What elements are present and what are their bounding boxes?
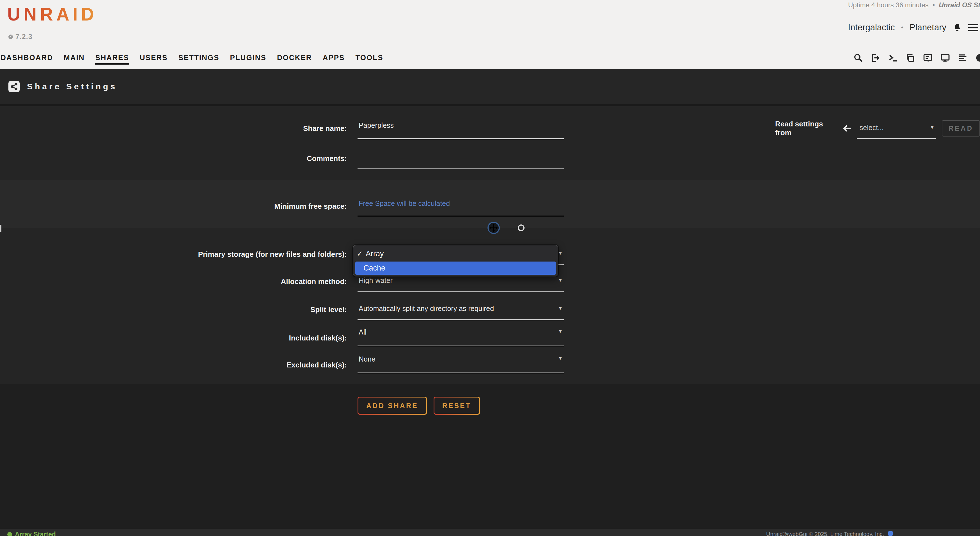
- server-separator: •: [901, 24, 904, 32]
- chevron-down-icon: ▼: [558, 250, 563, 256]
- read-button[interactable]: READ: [942, 120, 980, 137]
- excluded-disks-label: Excluded disk(s):: [0, 353, 347, 373]
- chevron-down-icon: ▼: [930, 125, 934, 130]
- arrow-left-icon: [843, 124, 852, 133]
- status-dot-icon: [7, 532, 12, 536]
- copyright-text: Unraid®/webGui © 2025, Lime Technology, …: [766, 531, 884, 536]
- nav-item-shares[interactable]: SHARES: [95, 53, 129, 65]
- form-actions: ADD SHARE RESET: [358, 397, 480, 415]
- notifications-bell-icon[interactable]: [953, 22, 962, 33]
- read-settings-select[interactable]: select... ▼: [857, 118, 935, 139]
- minimum-free-space-input[interactable]: [359, 199, 555, 207]
- divider: [0, 104, 980, 106]
- excluded-disks-select[interactable]: None ▼: [358, 353, 564, 373]
- array-status-text: Array Started: [15, 531, 56, 536]
- main-nav: DASHBOARD MAIN SHARES USERS SETTINGS PLU…: [0, 53, 383, 65]
- dropdown-option-label: Array: [366, 249, 384, 258]
- dropdown-option-cache[interactable]: Cache: [355, 262, 556, 275]
- share-name-label: Share name:: [0, 118, 347, 139]
- theme-toggle-icon[interactable]: [975, 53, 980, 63]
- dropdown-option-label: Cache: [363, 264, 385, 273]
- included-disks-value: All: [359, 328, 366, 336]
- comments-row: Comments:: [0, 148, 980, 169]
- nav-item-apps[interactable]: APPS: [323, 53, 345, 65]
- array-status: Array Started: [7, 531, 56, 536]
- version-label: 7.2.3: [16, 33, 33, 41]
- footer: Array Started Unraid®/webGui © 2025, Lim…: [0, 529, 980, 536]
- nav-item-docker[interactable]: DOCKER: [277, 53, 312, 65]
- header: UNRAID 7.2.3 Uptime 4 hours 36 minutes •…: [0, 0, 980, 69]
- share-settings-icon: [8, 81, 20, 92]
- primary-storage-dropdown-popup: ✓ Array Cache: [353, 245, 558, 276]
- included-disks-label: Included disk(s):: [0, 326, 347, 346]
- primary-storage-label: Primary storage (for new files and folde…: [0, 244, 347, 265]
- chevron-down-icon: ▼: [558, 329, 563, 334]
- comments-field-wrap: [358, 148, 564, 169]
- page-title: Share Settings: [27, 82, 117, 91]
- check-icon: ✓: [357, 249, 363, 258]
- feedback-icon[interactable]: [923, 53, 933, 63]
- uptime-separator: •: [932, 1, 935, 9]
- move-cursor-icon: [487, 222, 500, 234]
- included-disks-select[interactable]: All ▼: [358, 326, 564, 346]
- unraid-logo[interactable]: UNRAID: [7, 4, 97, 25]
- included-disks-row: Included disk(s): All ▼: [0, 326, 980, 346]
- dropdown-option-array[interactable]: ✓ Array: [357, 247, 384, 260]
- share-name-input[interactable]: [359, 121, 555, 129]
- nav-item-dashboard[interactable]: DASHBOARD: [0, 53, 53, 65]
- scrollbar-artifact: [0, 225, 2, 232]
- nav-item-plugins[interactable]: PLUGINS: [230, 53, 266, 65]
- section-identity: [0, 106, 980, 180]
- add-share-button[interactable]: ADD SHARE: [358, 397, 427, 415]
- add-share-button-label: ADD SHARE: [358, 397, 426, 414]
- minimum-free-space-label: Minimum free space:: [0, 196, 347, 216]
- search-icon[interactable]: [853, 53, 863, 63]
- hamburger-menu-icon[interactable]: [968, 24, 978, 31]
- copy-windows-icon[interactable]: [905, 53, 915, 63]
- nav-item-users[interactable]: USERS: [140, 53, 168, 65]
- version-icon: [8, 35, 13, 39]
- chevron-down-icon: ▼: [558, 356, 563, 361]
- excluded-disks-row: Excluded disk(s): None ▼: [0, 353, 980, 373]
- terminal-icon[interactable]: [888, 53, 898, 63]
- read-settings-label: Read settings from: [775, 120, 839, 137]
- allocation-method-label: Allocation method:: [0, 271, 347, 292]
- minimum-free-space-field-wrap: [358, 196, 564, 216]
- server-description: Planetary: [910, 22, 946, 33]
- comments-input[interactable]: [359, 152, 555, 160]
- log-icon[interactable]: [958, 53, 968, 63]
- nav-item-tools[interactable]: TOOLS: [355, 53, 383, 65]
- split-level-select[interactable]: Automatically split any directory as req…: [358, 300, 564, 320]
- click-indicator: [518, 225, 525, 231]
- page-title-bar: Share Settings: [0, 69, 980, 104]
- minimum-free-space-row: Minimum free space:: [0, 196, 980, 216]
- server-identity: Intergalactic • Planetary: [848, 22, 978, 33]
- uptime-text: Uptime 4 hours 36 minutes: [848, 1, 929, 9]
- split-level-label: Split level:: [0, 300, 347, 320]
- read-settings-select-value: select...: [860, 124, 884, 132]
- chevron-down-icon: ▼: [558, 306, 563, 311]
- chevron-down-icon: ▼: [558, 278, 563, 283]
- unraid-webgui: UNRAID 7.2.3 Uptime 4 hours 36 minutes •…: [0, 0, 980, 536]
- nav-item-main[interactable]: MAIN: [64, 53, 84, 65]
- share-name-field-wrap: [358, 118, 564, 139]
- version-row: 7.2.3: [8, 33, 33, 41]
- os-edition-label: Unraid OS Starter: [939, 1, 980, 9]
- monitor-icon[interactable]: [940, 53, 950, 63]
- uptime-line: Uptime 4 hours 36 minutes • Unraid OS St…: [848, 1, 980, 9]
- reset-button[interactable]: RESET: [434, 397, 480, 415]
- reset-button-label: RESET: [434, 397, 479, 414]
- split-level-row: Split level: Automatically split any dir…: [0, 300, 980, 320]
- read-settings-group: Read settings from select... ▼ READ: [775, 118, 980, 139]
- split-level-value: Automatically split any directory as req…: [359, 305, 494, 313]
- logout-icon[interactable]: [870, 53, 881, 63]
- allocation-method-value: High-water: [359, 276, 393, 285]
- nav-utility-icons: [853, 53, 980, 63]
- excluded-disks-value: None: [359, 355, 375, 363]
- comments-label: Comments:: [0, 148, 347, 169]
- nav-item-settings[interactable]: SETTINGS: [178, 53, 219, 65]
- server-name: Intergalactic: [848, 22, 895, 33]
- footer-link-icon[interactable]: [888, 531, 893, 536]
